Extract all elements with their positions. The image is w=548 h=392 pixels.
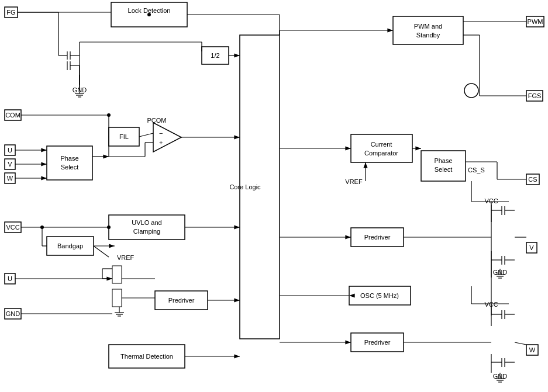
u2-label: U — [8, 275, 12, 282]
phase-select-left-label2: Select — [61, 164, 79, 171]
uvlo-left-node — [107, 226, 111, 229]
pcom-label-minus: − — [159, 130, 163, 137]
w-label: W — [7, 175, 13, 182]
vcc-label: VCC — [6, 224, 19, 231]
pwm-standby-label1: PWM and — [414, 23, 442, 30]
v-right-label: V — [529, 244, 534, 251]
bandgap-label: Bandgap — [57, 242, 83, 249]
transistor-left2 — [112, 289, 122, 307]
phase-select-left-block — [47, 146, 92, 180]
pcom-label-plus: + — [159, 139, 163, 146]
core-logic-label1: Core Logic — [229, 183, 261, 190]
gnd2-label: GND — [6, 310, 20, 317]
fgs-circle — [464, 84, 478, 98]
w-right-label: W — [529, 346, 536, 353]
fgs-label: FGS — [528, 92, 542, 99]
predriver-left-label: Predriver — [168, 297, 195, 304]
vref-label-right: VREF — [345, 178, 363, 185]
u-label: U — [8, 147, 12, 154]
uvlo-label2: Clamping — [133, 228, 160, 235]
cs-label: CS — [528, 176, 537, 183]
pwm-standby-label2: Standby — [416, 32, 440, 39]
current-comparator-label1: Current — [371, 141, 392, 148]
transistor-left1 — [112, 266, 122, 283]
predriver-right-label: Predriver — [364, 339, 391, 346]
bandgap-vref-wire — [94, 246, 109, 257]
phase-select-right-label1: Phase — [434, 157, 452, 164]
half-label: 1/2 — [211, 52, 219, 59]
thermal-label: Thermal Detection — [120, 353, 173, 360]
pwm-label: PWM — [528, 18, 543, 25]
predriver-mid-label: Predriver — [364, 234, 391, 241]
phase-select-right-label2: Select — [435, 166, 453, 173]
uvlo-label1: UVLO and — [132, 219, 161, 226]
com-label: COM — [5, 112, 20, 119]
com-node-dot — [107, 113, 111, 117]
pwm-standby-block — [393, 16, 463, 44]
current-comparator-label2: Comparator — [364, 150, 398, 157]
cs-s-label: CS_S — [468, 166, 485, 174]
v-label: V — [8, 161, 12, 168]
fg-label: FG — [6, 9, 15, 16]
w-right-wire — [515, 342, 526, 345]
fil-label: FIL — [119, 133, 129, 140]
fil-to-pcom-wire — [139, 133, 153, 137]
lock-node-dot — [147, 13, 151, 16]
osc-label: OSC (5 MHz) — [360, 292, 399, 299]
current-comparator-block — [351, 134, 412, 162]
pcom-block — [153, 123, 181, 152]
pcom-label: PCOM — [147, 117, 167, 124]
phase-select-left-label1: Phase — [60, 155, 78, 162]
vref-label-left: VREF — [117, 254, 135, 261]
